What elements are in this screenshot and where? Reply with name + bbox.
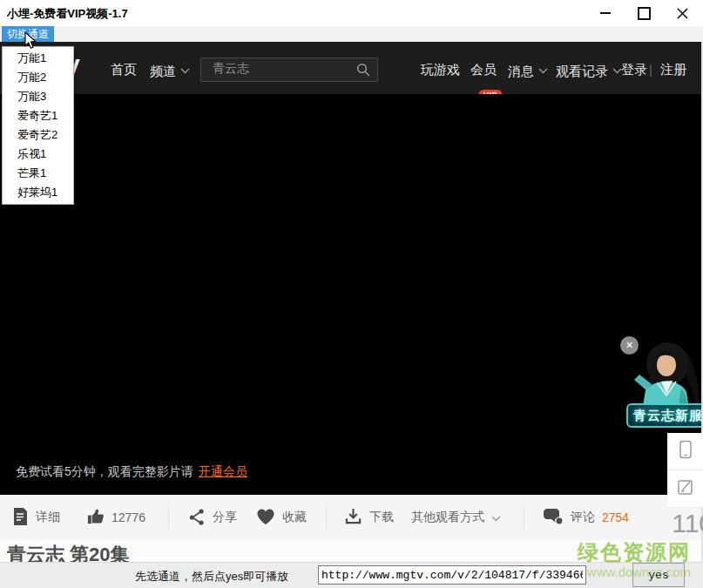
channel-menu-item[interactable]: 好莱坞1 <box>3 183 73 202</box>
channel-menu-item[interactable]: 爱奇艺2 <box>3 125 73 145</box>
channel-menu-item[interactable]: 乐视1 <box>3 145 73 164</box>
window-title: 小埋-免费看VIP视频-1.7 <box>7 6 128 22</box>
search-icon[interactable] <box>356 63 370 80</box>
nav-watch-history[interactable]: 观看记录 <box>556 62 622 80</box>
edit-icon <box>677 478 694 499</box>
download-icon <box>344 507 362 528</box>
minimize-icon[interactable] <box>594 3 617 23</box>
chevron-down-icon <box>491 510 501 524</box>
url-input[interactable] <box>318 565 586 585</box>
yes-button[interactable]: yes <box>632 563 685 587</box>
video-info-strip: 青云志 第20集 <box>0 540 703 562</box>
chevron-down-icon <box>180 62 190 77</box>
document-icon <box>12 507 29 529</box>
share-icon <box>188 508 206 528</box>
switch-channel-menu[interactable]: 切换通道 <box>2 26 54 42</box>
like-button[interactable]: 12776 <box>86 507 145 528</box>
app-window: 小埋-免费看VIP视频-1.7 切换通道 TV 首页 频道 玩游戏 VIP 会员… <box>0 0 703 588</box>
chevron-down-icon <box>538 62 548 77</box>
other-ways-dropdown[interactable]: 其他观看方式 <box>411 510 501 525</box>
channel-dropdown: 万能1 万能2 万能3 爱奇艺1 爱奇艺2 乐视1 芒果1 好莱坞1 <box>2 46 74 205</box>
nav-divider: | <box>649 62 652 77</box>
close-icon[interactable] <box>671 3 693 23</box>
video-title: 青云志 第20集 <box>7 542 130 562</box>
heart-icon <box>256 508 275 528</box>
comments-count: 2754 <box>602 510 629 524</box>
nav-member[interactable]: 会员 <box>470 62 497 78</box>
channel-menu-item[interactable]: 万能3 <box>3 87 73 106</box>
play-hint: 先选通道，然后点yes即可播放 <box>135 569 288 585</box>
nav-messages[interactable]: 消息 <box>508 62 548 80</box>
comment-icon <box>544 508 564 528</box>
trial-notice: 免费试看5分钟，观看完整影片请开通会员 <box>16 464 247 480</box>
login-link[interactable]: 登录 <box>621 62 647 78</box>
mobile-button[interactable] <box>667 433 703 470</box>
toolbar-divider <box>524 507 524 528</box>
share-button[interactable]: 分享 <box>188 508 237 528</box>
bottom-control-bar: 先选通道，然后点yes即可播放 yes <box>0 562 703 588</box>
register-link[interactable]: 注册 <box>660 62 686 78</box>
favorite-button[interactable]: 收藏 <box>256 508 307 528</box>
download-button[interactable]: 下载 <box>344 507 394 528</box>
video-toolbar: 详细 12776 分享 收藏 下载 其他观看方式 评论 2754 <box>0 495 703 540</box>
titlebar: 小埋-免费看VIP视频-1.7 <box>0 0 703 26</box>
nav-channel[interactable]: 频道 <box>150 62 190 80</box>
toolbar-divider <box>168 507 169 528</box>
toolbar-divider <box>326 507 327 528</box>
channel-menu-item[interactable]: 芒果1 <box>3 164 73 183</box>
nav-home[interactable]: 首页 <box>111 62 137 78</box>
channel-menu-item[interactable]: 万能2 <box>3 68 73 87</box>
search-box <box>200 57 378 82</box>
menubar: 切换通道 <box>0 26 703 42</box>
open-vip-link[interactable]: 开通会员 <box>199 464 247 478</box>
search-input[interactable] <box>201 58 361 79</box>
channel-menu-item[interactable]: 万能1 <box>3 49 73 68</box>
comments-button[interactable]: 评论 2754 <box>544 508 629 528</box>
phone-icon <box>678 440 693 463</box>
nav-play-games[interactable]: 玩游戏 <box>421 62 460 78</box>
maximize-icon[interactable] <box>632 3 655 23</box>
partial-count: 110 <box>672 509 703 538</box>
thumbs-up-icon <box>86 507 105 528</box>
feedback-button[interactable] <box>667 470 703 508</box>
detail-button[interactable]: 详细 <box>12 507 60 529</box>
promo-banner[interactable]: 青云志新服 <box>626 403 703 428</box>
site-header: TV 首页 频道 玩游戏 VIP 会员 消息 观看记录 登录 | 注册 <box>0 42 703 94</box>
video-player[interactable]: 免费试看5分钟，观看完整影片请开通会员 ✕ 青云志新服 <box>0 94 703 495</box>
channel-menu-item[interactable]: 爱奇艺1 <box>3 106 73 125</box>
